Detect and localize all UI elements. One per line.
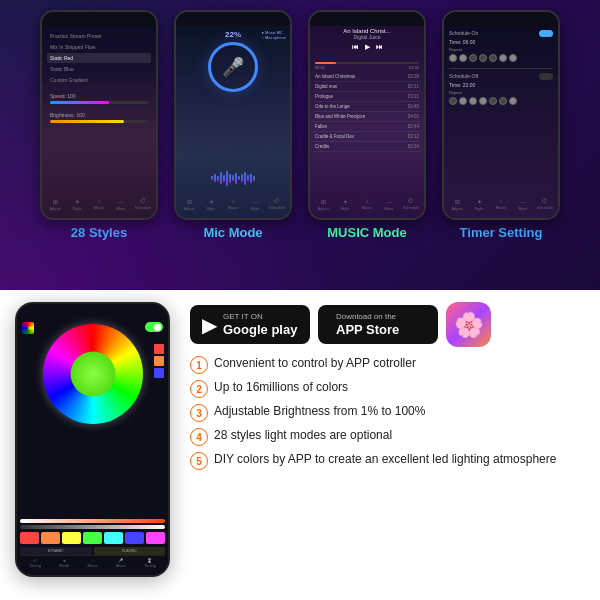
phone-styles: Practice Stream Preset Mix In Stripped F…: [40, 10, 158, 220]
nav-music[interactable]: ♪Music: [87, 558, 97, 568]
nav-mode[interactable]: ◈Mode: [59, 558, 69, 568]
features-list: 1 Convenient to control by APP cotroller…: [190, 355, 585, 470]
menu-item-active[interactable]: Static Red: [47, 53, 151, 63]
brightness-label: Brightness: 100: [50, 112, 148, 118]
schedule-on-toggle[interactable]: [539, 30, 553, 37]
swatch[interactable]: [104, 532, 123, 544]
list-item[interactable]: Blue and White Precipice04:02: [313, 112, 421, 122]
nav-timing[interactable]: ⏱Timing: [29, 558, 41, 568]
nav-style[interactable]: ✦Style: [472, 198, 486, 212]
cp-bottom: DYNAMIC CLASSIC ⏱Timing ◈Mode ♪Music 🎤Mi…: [20, 517, 165, 570]
swatch[interactable]: [146, 532, 165, 544]
phones-row: Practice Stream Preset Mix In Stripped F…: [35, 10, 565, 285]
tab-dynamic[interactable]: DYNAMIC: [20, 547, 92, 555]
prev-button[interactable]: ⏮: [352, 43, 359, 51]
speed-slider[interactable]: Speed: 100: [50, 93, 148, 104]
brightness-track: [50, 120, 148, 123]
nav-music[interactable]: ♪Music: [360, 198, 374, 212]
nav-style[interactable]: ✦ Style: [70, 198, 84, 212]
nav-adjust[interactable]: ⊞Adjust: [450, 198, 464, 212]
nav-schedule[interactable]: ⏱ Schedule: [136, 198, 150, 212]
nav-more[interactable]: ⋯More: [248, 198, 262, 212]
nav-adjust[interactable]: ⊞Adjust: [316, 198, 330, 212]
nav-style[interactable]: ✦Style: [338, 198, 352, 212]
list-item[interactable]: Digital now02:11: [313, 82, 421, 92]
nav-schedule[interactable]: ⏱Schedule: [270, 198, 284, 212]
day-dot[interactable]: [499, 97, 507, 105]
nav-schedule[interactable]: ⏱Schedule: [404, 198, 418, 212]
music-label: MUSIC Mode: [327, 225, 406, 240]
day-dot[interactable]: [489, 97, 497, 105]
color-phone-screen: DYNAMIC CLASSIC ⏱Timing ◈Mode ♪Music 🎤Mi…: [17, 304, 168, 575]
nav-more[interactable]: ⋯More: [382, 198, 396, 212]
power-toggle[interactable]: [145, 322, 163, 332]
nav-music[interactable]: ♪Music: [494, 198, 508, 212]
nav-adjust[interactable]: ⊞ Adjust: [48, 198, 62, 212]
menu-item: Mix In Stripped Flow: [47, 42, 151, 52]
nav-more[interactable]: ⋯ More: [114, 198, 128, 212]
nav-music[interactable]: ♪Music: [226, 198, 240, 212]
swatch[interactable]: [41, 532, 60, 544]
cp-tabs: DYNAMIC CLASSIC: [20, 547, 165, 555]
cp-slider-brightness[interactable]: [20, 525, 165, 529]
google-play-button[interactable]: ▶ GET IT ON Google play: [190, 305, 310, 344]
day-dot[interactable]: [449, 97, 457, 105]
schedule-on-time: Time: 06:00: [449, 39, 553, 45]
list-item[interactable]: Fallen02:44: [313, 122, 421, 132]
nav-schedule[interactable]: ⏱Schedule: [538, 198, 552, 212]
music-header: An Island Christ... Digital Juice ⏮ ▶ ⏭: [315, 28, 419, 51]
day-dot[interactable]: [479, 97, 487, 105]
cp-slider-warm[interactable]: [20, 519, 165, 523]
music-song-subtitle: Digital Juice: [315, 34, 419, 40]
schedule-off-toggle[interactable]: [539, 73, 553, 80]
music-list: An Island Christmas03:38 Digital now02:1…: [313, 72, 421, 193]
swatch[interactable]: [20, 532, 39, 544]
brightness-slider[interactable]: Brightness: 100: [50, 112, 148, 123]
day-dot[interactable]: [469, 54, 477, 62]
day-dot[interactable]: [459, 97, 467, 105]
swatch[interactable]: [62, 532, 81, 544]
styles-content: Practice Stream Preset Mix In Stripped F…: [47, 30, 151, 125]
color-wheel[interactable]: [43, 324, 143, 424]
tab-classic[interactable]: CLASSIC: [94, 547, 166, 555]
nav-microphone[interactable]: 🎤Micro: [116, 558, 126, 568]
day-dot[interactable]: [459, 54, 467, 62]
list-item[interactable]: Credits03:34: [313, 142, 421, 152]
schedule-on-row: Schedule-On: [449, 30, 553, 37]
swatch[interactable]: [83, 532, 102, 544]
schedule-on-dots: [449, 54, 553, 62]
bottom-section: DYNAMIC CLASSIC ⏱Timing ◈Mode ♪Music 🎤Mi…: [0, 290, 600, 600]
wave-bar: [235, 173, 237, 184]
day-dot[interactable]: [489, 54, 497, 62]
list-item[interactable]: Prologue03:21: [313, 92, 421, 102]
list-item[interactable]: Cradle & Focal Dev03:12: [313, 132, 421, 142]
preset-blue[interactable]: [154, 368, 164, 378]
app-lotus-icon: 🌸: [446, 302, 491, 347]
nav-style[interactable]: ✦Style: [204, 198, 218, 212]
day-dot[interactable]: [499, 54, 507, 62]
schedule-off-text: Schedule-Off: [449, 73, 478, 80]
day-dot[interactable]: [449, 54, 457, 62]
preset-orange[interactable]: [154, 356, 164, 366]
day-dot[interactable]: [469, 97, 477, 105]
color-wheel-container[interactable]: [22, 324, 163, 424]
feature-text-1: Convenient to control by APP cotroller: [214, 355, 416, 372]
play-button[interactable]: ▶: [365, 43, 370, 51]
list-item[interactable]: Ode to the Longe03:45: [313, 102, 421, 112]
preset-red[interactable]: [154, 344, 164, 354]
day-dot[interactable]: [479, 54, 487, 62]
list-item[interactable]: An Island Christmas03:38: [313, 72, 421, 82]
nav-music[interactable]: ♪ Music: [92, 198, 106, 212]
day-dot[interactable]: [509, 54, 517, 62]
nav-adjust[interactable]: ⊞Adjust: [182, 198, 196, 212]
swatch[interactable]: [125, 532, 144, 544]
app-store-button[interactable]: Download on the APP Store: [318, 305, 438, 344]
feature-item-1: 1 Convenient to control by APP cotroller: [190, 355, 585, 374]
music-progress: 00:01 01:32: [315, 62, 419, 70]
day-dot[interactable]: [509, 97, 517, 105]
next-button[interactable]: ⏭: [376, 43, 383, 51]
schedule-off-time: Time: 22:00: [449, 82, 553, 88]
wave-bar: [244, 172, 246, 185]
nav-timing2[interactable]: ⌛Timing: [144, 558, 156, 568]
nav-more[interactable]: ⋯More: [516, 198, 530, 212]
